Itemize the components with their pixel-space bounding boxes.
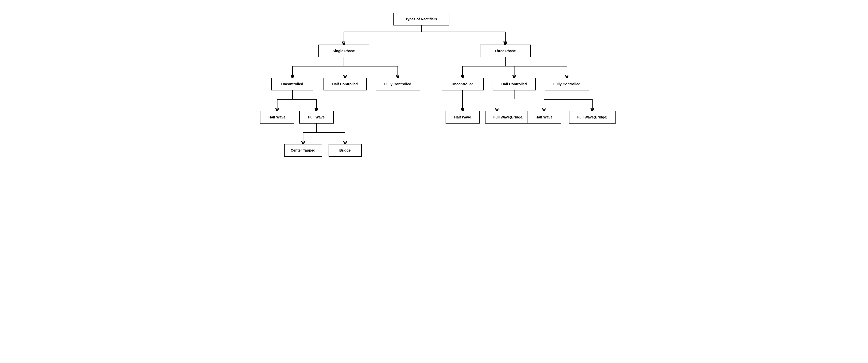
- connector-lines: [256, 5, 612, 184]
- sp-half-controlled-node: Half Controlled: [323, 78, 367, 90]
- tp-hw-uncontrolled-node: Half Wave: [445, 111, 480, 123]
- bridge-node: Bridge: [329, 144, 362, 157]
- tp-fully-controlled-node: Fully Controlled: [545, 78, 589, 90]
- sp-half-wave-node: Half Wave: [260, 111, 294, 123]
- tp-fwb-half-node: Full Wave(Bridge): [485, 111, 532, 123]
- sp-fully-controlled-node: Fully Controlled: [376, 78, 420, 90]
- root-node: Types of Rectifiers: [394, 13, 450, 26]
- sp-uncontrolled-node: Uncontrolled: [271, 78, 313, 90]
- three-phase-node: Three Phase: [480, 45, 531, 57]
- tp-uncontrolled-node: Uncontrolled: [442, 78, 484, 90]
- tp-half-controlled-node: Half Controlled: [493, 78, 536, 90]
- diagram: Types of Rectifiers Single Phase Three P…: [256, 5, 612, 184]
- tp-hw-fully-node: Half Wave: [527, 111, 561, 123]
- single-phase-node: Single Phase: [318, 45, 369, 57]
- center-tapped-node: Center Tapped: [284, 144, 322, 157]
- tp-fwb-fully-node: Full Wave(Bridge): [569, 111, 616, 123]
- sp-full-wave-node: Full Wave: [299, 111, 334, 123]
